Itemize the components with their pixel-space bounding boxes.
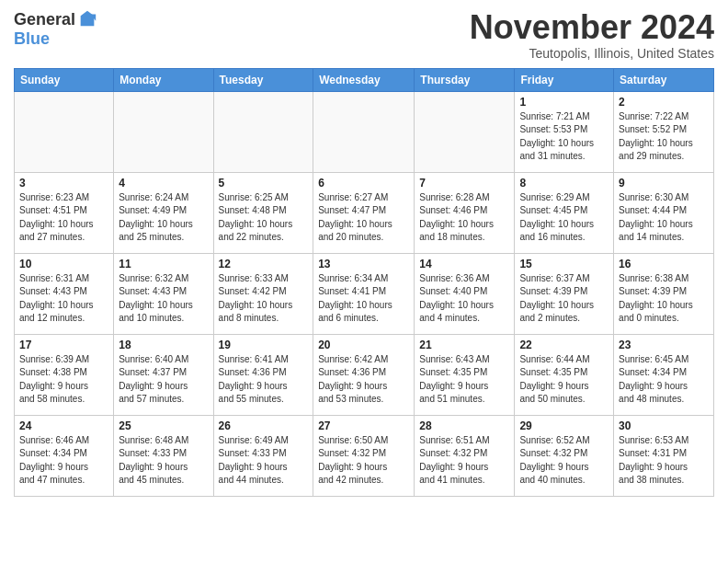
- calendar-cell: 24Sunrise: 6:46 AM Sunset: 4:34 PM Dayli…: [15, 415, 114, 496]
- day-number: 24: [19, 419, 108, 432]
- day-number: 19: [219, 339, 309, 351]
- day-info: Sunrise: 6:32 AM Sunset: 4:43 PM Dayligh…: [119, 272, 208, 326]
- day-number: 25: [119, 419, 208, 432]
- calendar-cell: 23Sunrise: 6:45 AM Sunset: 4:34 PM Dayli…: [614, 334, 714, 415]
- day-info: Sunrise: 6:43 AM Sunset: 4:35 PM Dayligh…: [419, 353, 509, 407]
- day-info: Sunrise: 6:31 AM Sunset: 4:43 PM Dayligh…: [19, 272, 108, 326]
- calendar-cell: 26Sunrise: 6:49 AM Sunset: 4:33 PM Dayli…: [213, 415, 313, 496]
- calendar-cell: 12Sunrise: 6:33 AM Sunset: 4:42 PM Dayli…: [213, 253, 313, 334]
- calendar-cell: 1Sunrise: 7:21 AM Sunset: 5:53 PM Daylig…: [515, 91, 614, 172]
- day-number: 8: [519, 177, 609, 190]
- day-number: 14: [419, 258, 509, 270]
- day-info: Sunrise: 6:49 AM Sunset: 4:33 PM Dayligh…: [219, 434, 309, 488]
- day-info: Sunrise: 6:41 AM Sunset: 4:36 PM Dayligh…: [219, 353, 309, 407]
- calendar-cell: 22Sunrise: 6:44 AM Sunset: 4:35 PM Dayli…: [515, 334, 614, 415]
- calendar: Sunday Monday Tuesday Wednesday Thursday…: [14, 68, 714, 497]
- calendar-cell: [313, 91, 415, 172]
- day-info: Sunrise: 6:29 AM Sunset: 4:45 PM Dayligh…: [519, 191, 609, 245]
- calendar-week-1: 3Sunrise: 6:23 AM Sunset: 4:51 PM Daylig…: [15, 172, 714, 253]
- header: General Blue November 2024 Teutopolis, I…: [14, 9, 714, 61]
- day-number: 13: [318, 258, 409, 270]
- day-number: 6: [318, 177, 409, 190]
- day-number: 20: [318, 339, 409, 351]
- day-info: Sunrise: 6:44 AM Sunset: 4:35 PM Dayligh…: [519, 353, 609, 407]
- calendar-week-2: 10Sunrise: 6:31 AM Sunset: 4:43 PM Dayli…: [15, 253, 714, 334]
- day-info: Sunrise: 6:36 AM Sunset: 4:40 PM Dayligh…: [419, 272, 509, 326]
- day-info: Sunrise: 6:33 AM Sunset: 4:42 PM Dayligh…: [219, 272, 309, 326]
- calendar-week-4: 24Sunrise: 6:46 AM Sunset: 4:34 PM Dayli…: [15, 415, 714, 496]
- day-info: Sunrise: 6:23 AM Sunset: 4:51 PM Dayligh…: [19, 191, 108, 245]
- calendar-week-0: 1Sunrise: 7:21 AM Sunset: 5:53 PM Daylig…: [15, 91, 714, 172]
- day-number: 27: [318, 419, 409, 432]
- day-info: Sunrise: 6:25 AM Sunset: 4:48 PM Dayligh…: [219, 191, 309, 245]
- calendar-cell: 5Sunrise: 6:25 AM Sunset: 4:48 PM Daylig…: [213, 172, 313, 253]
- day-info: Sunrise: 6:38 AM Sunset: 4:39 PM Dayligh…: [619, 272, 709, 326]
- calendar-cell: 25Sunrise: 6:48 AM Sunset: 4:33 PM Dayli…: [114, 415, 213, 496]
- day-info: Sunrise: 6:39 AM Sunset: 4:38 PM Dayligh…: [19, 353, 108, 407]
- day-number: 2: [619, 96, 709, 109]
- calendar-cell: 14Sunrise: 6:36 AM Sunset: 4:40 PM Dayli…: [415, 253, 515, 334]
- day-info: Sunrise: 7:22 AM Sunset: 5:52 PM Dayligh…: [619, 110, 709, 164]
- day-info: Sunrise: 6:27 AM Sunset: 4:47 PM Dayligh…: [318, 191, 409, 245]
- calendar-cell: 8Sunrise: 6:29 AM Sunset: 4:45 PM Daylig…: [515, 172, 614, 253]
- calendar-cell: 30Sunrise: 6:53 AM Sunset: 4:31 PM Dayli…: [614, 415, 714, 496]
- day-info: Sunrise: 6:46 AM Sunset: 4:34 PM Dayligh…: [19, 434, 108, 488]
- day-number: 26: [219, 419, 309, 432]
- day-info: Sunrise: 6:50 AM Sunset: 4:32 PM Dayligh…: [318, 434, 409, 488]
- page: General Blue November 2024 Teutopolis, I…: [0, 0, 728, 563]
- day-info: Sunrise: 6:48 AM Sunset: 4:33 PM Dayligh…: [119, 434, 208, 488]
- day-info: Sunrise: 6:42 AM Sunset: 4:36 PM Dayligh…: [318, 353, 409, 407]
- day-info: Sunrise: 6:53 AM Sunset: 4:31 PM Dayligh…: [619, 434, 709, 488]
- logo-blue: Blue: [14, 29, 50, 49]
- calendar-cell: 2Sunrise: 7:22 AM Sunset: 5:52 PM Daylig…: [614, 91, 714, 172]
- location: Teutopolis, Illinois, United States: [470, 46, 714, 61]
- calendar-cell: [415, 91, 515, 172]
- header-wednesday: Wednesday: [313, 68, 415, 91]
- header-sunday: Sunday: [15, 68, 114, 91]
- calendar-cell: 6Sunrise: 6:27 AM Sunset: 4:47 PM Daylig…: [313, 172, 415, 253]
- day-number: 5: [219, 177, 309, 190]
- day-number: 10: [19, 258, 108, 270]
- calendar-cell: 4Sunrise: 6:24 AM Sunset: 4:49 PM Daylig…: [114, 172, 213, 253]
- calendar-header-row: Sunday Monday Tuesday Wednesday Thursday…: [15, 68, 714, 91]
- day-info: Sunrise: 6:45 AM Sunset: 4:34 PM Dayligh…: [619, 353, 709, 407]
- header-saturday: Saturday: [614, 68, 714, 91]
- day-number: 7: [419, 177, 509, 190]
- day-number: 21: [419, 339, 509, 351]
- logo: General Blue: [14, 9, 97, 49]
- day-info: Sunrise: 6:37 AM Sunset: 4:39 PM Dayligh…: [519, 272, 609, 326]
- logo-icon: [77, 9, 97, 29]
- day-info: Sunrise: 6:34 AM Sunset: 4:41 PM Dayligh…: [318, 272, 409, 326]
- day-info: Sunrise: 6:28 AM Sunset: 4:46 PM Dayligh…: [419, 191, 509, 245]
- calendar-cell: 20Sunrise: 6:42 AM Sunset: 4:36 PM Dayli…: [313, 334, 415, 415]
- calendar-cell: 13Sunrise: 6:34 AM Sunset: 4:41 PM Dayli…: [313, 253, 415, 334]
- day-number: 22: [519, 339, 609, 351]
- calendar-cell: 7Sunrise: 6:28 AM Sunset: 4:46 PM Daylig…: [415, 172, 515, 253]
- calendar-cell: [15, 91, 114, 172]
- day-info: Sunrise: 7:21 AM Sunset: 5:53 PM Dayligh…: [519, 110, 609, 164]
- calendar-cell: 17Sunrise: 6:39 AM Sunset: 4:38 PM Dayli…: [15, 334, 114, 415]
- day-number: 3: [19, 177, 108, 190]
- header-monday: Monday: [114, 68, 213, 91]
- calendar-cell: [114, 91, 213, 172]
- calendar-cell: 16Sunrise: 6:38 AM Sunset: 4:39 PM Dayli…: [614, 253, 714, 334]
- calendar-week-3: 17Sunrise: 6:39 AM Sunset: 4:38 PM Dayli…: [15, 334, 714, 415]
- calendar-cell: 18Sunrise: 6:40 AM Sunset: 4:37 PM Dayli…: [114, 334, 213, 415]
- day-number: 11: [119, 258, 208, 270]
- day-info: Sunrise: 6:51 AM Sunset: 4:32 PM Dayligh…: [419, 434, 509, 488]
- day-number: 30: [619, 419, 709, 432]
- calendar-cell: 28Sunrise: 6:51 AM Sunset: 4:32 PM Dayli…: [415, 415, 515, 496]
- day-number: 4: [119, 177, 208, 190]
- day-info: Sunrise: 6:24 AM Sunset: 4:49 PM Dayligh…: [119, 191, 208, 245]
- day-number: 15: [519, 258, 609, 270]
- day-number: 29: [519, 419, 609, 432]
- day-number: 28: [419, 419, 509, 432]
- day-info: Sunrise: 6:30 AM Sunset: 4:44 PM Dayligh…: [619, 191, 709, 245]
- header-thursday: Thursday: [415, 68, 515, 91]
- calendar-cell: 3Sunrise: 6:23 AM Sunset: 4:51 PM Daylig…: [15, 172, 114, 253]
- calendar-cell: 19Sunrise: 6:41 AM Sunset: 4:36 PM Dayli…: [213, 334, 313, 415]
- day-number: 16: [619, 258, 709, 270]
- day-number: 17: [19, 339, 108, 351]
- calendar-cell: 11Sunrise: 6:32 AM Sunset: 4:43 PM Dayli…: [114, 253, 213, 334]
- day-number: 1: [519, 96, 609, 109]
